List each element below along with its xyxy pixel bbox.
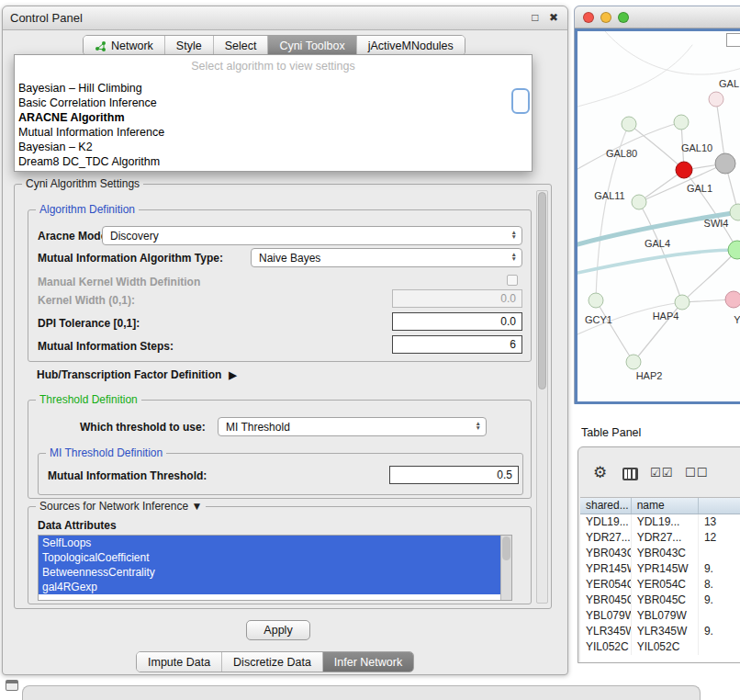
table-cell: YIL052C — [632, 639, 699, 655]
table-cell: 12 — [699, 530, 740, 546]
algorithm-option[interactable]: Mutual Information Inference — [15, 125, 532, 140]
column-header[interactable]: name — [632, 498, 699, 514]
node-label: GAL1 — [687, 183, 712, 194]
desktop: Control Panel □ ✖ NetworkStyleSelectCyni… — [0, 0, 740, 700]
table-body: YDL19...YDL19...13YDR27...YDR27...12YBR0… — [580, 514, 740, 655]
close-icon[interactable]: ✖ — [549, 11, 558, 24]
scrollbar-thumb[interactable] — [502, 536, 510, 560]
mi-threshold-input[interactable]: 0.5 — [389, 466, 519, 484]
control-panel-titlebar[interactable]: Control Panel □ ✖ — [3, 6, 567, 30]
unchecked-boxes-icon[interactable]: ☐☐ — [685, 466, 708, 480]
gear-icon[interactable]: ⚙ — [593, 463, 607, 482]
table-row[interactable]: YBR045CYBR045C9. — [580, 593, 740, 608]
expanded-arrow-icon: ▼ — [191, 500, 202, 513]
zoom-light[interactable] — [618, 12, 629, 23]
table-cell: 9. — [699, 561, 740, 577]
bottom-tab-bar: Impute DataDiscretize DataInfer Network — [136, 651, 414, 672]
table-cell: YDR27... — [632, 530, 699, 546]
hub-transcription-factor-section[interactable]: Hub/Transcription Factor Definition▶ — [37, 368, 237, 381]
table-row[interactable]: YLR345WYLR345W9. — [580, 624, 740, 639]
algorithm-option[interactable]: Dream8 DC_TDC Algorithm — [15, 154, 532, 169]
tab-discretize-data[interactable]: Discretize Data — [221, 652, 322, 672]
algorithm-option[interactable]: Bayesian – K2 — [15, 140, 532, 154]
columns-icon[interactable] — [622, 468, 638, 480]
network-node[interactable] — [709, 92, 723, 107]
window-controls — [583, 6, 629, 28]
network-node[interactable] — [728, 241, 740, 259]
network-node[interactable] — [725, 291, 740, 308]
algorithm-option[interactable]: ARACNE Algorithm — [15, 110, 532, 125]
network-node[interactable] — [730, 204, 740, 220]
tab-style[interactable]: Style — [164, 36, 213, 55]
network-node[interactable] — [674, 115, 689, 130]
network-graph[interactable]: GALGAL80GAL10GAL11GAL1SWI4GAL4GCY1HAP4YH… — [577, 31, 740, 401]
attribute-item[interactable]: gal4RGexp — [39, 580, 500, 594]
table-row[interactable]: YDR27...YDR27...12 — [580, 530, 740, 546]
table-row[interactable]: YDL19...YDL19...13 — [580, 514, 740, 530]
minimize-light[interactable] — [600, 12, 611, 23]
network-edge — [639, 202, 682, 302]
minimized-panel-icon[interactable] — [6, 680, 18, 691]
attribute-item[interactable]: TopologicalCoefficient — [39, 550, 500, 565]
collapsed-arrow-icon[interactable]: ▶ — [229, 369, 236, 380]
node-label: GAL — [719, 78, 739, 89]
which-threshold-select[interactable]: MI Threshold ▲▼ — [218, 417, 487, 436]
tab-infer-network[interactable]: Infer Network — [322, 652, 413, 672]
aracne-mode-select[interactable]: Discovery ▲▼ — [102, 226, 522, 245]
data-attributes-list[interactable]: SelfLoopsTopologicalCoefficientBetweenne… — [38, 535, 512, 601]
vertical-scrollbar[interactable] — [536, 190, 548, 604]
table-header-row: shared...name — [580, 498, 740, 514]
node-label: HAP2 — [636, 370, 663, 381]
network-window-titlebar[interactable] — [575, 6, 740, 28]
network-node[interactable] — [676, 162, 692, 178]
table-row[interactable]: YBL079WYBL079W — [580, 608, 740, 624]
tab-select[interactable]: Select — [213, 36, 268, 55]
mi-algorithm-type-select[interactable]: Naive Bayes ▲▼ — [251, 248, 522, 267]
hidden-window-top-edge[interactable] — [22, 685, 701, 700]
list-scrollbar[interactable] — [500, 536, 511, 600]
table-cell — [699, 639, 740, 655]
table-row[interactable]: YPR145WYPR145W9. — [580, 561, 740, 577]
network-edge — [605, 31, 740, 74]
mi-threshold-definition-group: MI Threshold Definition Mutual Informati… — [38, 453, 523, 495]
network-view-window: GALGAL80GAL10GAL11GAL1SWI4GAL4GCY1HAP4YH… — [574, 6, 740, 404]
dpi-tolerance-input[interactable]: 0.0 — [392, 312, 522, 331]
network-node[interactable] — [632, 195, 646, 209]
tab-cyni-toolbox[interactable]: Cyni Toolbox — [267, 36, 355, 55]
table-row[interactable]: YER054CYER054C8. — [580, 577, 740, 593]
network-node[interactable] — [622, 117, 636, 131]
scrollbar-thumb[interactable] — [538, 192, 546, 390]
dropdown-placeholder: Select algorithm to view settings — [15, 55, 532, 81]
algorithm-option[interactable]: Basic Correlation Inference — [15, 96, 532, 110]
network-canvas[interactable]: GALGAL80GAL10GAL11GAL1SWI4GAL4GCY1HAP4YH… — [575, 28, 740, 404]
attribute-item[interactable]: BetweennessCentrality — [39, 565, 500, 580]
network-node[interactable] — [715, 153, 735, 174]
algorithm-option[interactable]: Bayesian – Hill Climbing — [15, 81, 532, 96]
column-header[interactable]: shared... — [580, 498, 632, 514]
tab-jactivemnodules[interactable]: jActiveMNodules — [356, 36, 465, 55]
close-light[interactable] — [583, 12, 594, 23]
checked-boxes-icon[interactable]: ☑☑ — [650, 466, 673, 480]
attribute-item[interactable]: SelfLoops — [39, 536, 500, 550]
column-header[interactable] — [699, 498, 740, 514]
tab-impute-data[interactable]: Impute Data — [137, 652, 221, 672]
apply-button[interactable]: Apply — [246, 620, 310, 640]
network-node[interactable] — [589, 293, 603, 308]
combo-focus-button[interactable] — [511, 88, 530, 114]
table-cell: YBL079W — [580, 608, 632, 624]
manual-kernel-checkbox[interactable] — [507, 275, 518, 286]
mi-steps-input[interactable]: 6 — [392, 335, 522, 354]
table-cell: YPR145W — [632, 561, 699, 577]
control-panel-window: Control Panel □ ✖ NetworkStyleSelectCyni… — [2, 6, 568, 675]
table-cell: YBR043C — [580, 546, 632, 561]
tab-network[interactable]: Network — [84, 36, 164, 55]
algorithm-dropdown-popup: Select algorithm to view settings Bayesi… — [14, 54, 533, 172]
float-panel-icon[interactable]: □ — [532, 11, 538, 24]
dropdown-item-list: Bayesian – Hill ClimbingBasic Correlatio… — [15, 81, 532, 169]
kernel-width-input[interactable]: 0.0 — [392, 289, 522, 308]
network-node[interactable] — [675, 295, 690, 310]
table-row[interactable]: YIL052CYIL052C — [580, 639, 740, 655]
sources-group-title[interactable]: Sources for Network Inference ▼ — [36, 500, 206, 513]
table-row[interactable]: YBR043CYBR043C — [580, 546, 740, 561]
network-node[interactable] — [626, 355, 641, 369]
